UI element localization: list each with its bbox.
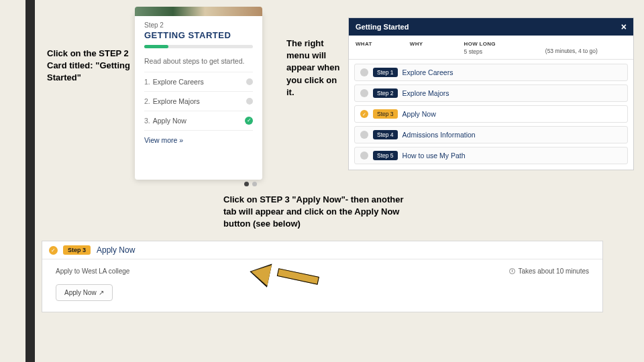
- panel-title: Getting Started: [356, 23, 409, 31]
- meta-howlong-value: 5 steps: [464, 48, 545, 55]
- card-progress: [144, 45, 253, 48]
- panel-header: Getting Started ×: [349, 18, 633, 36]
- panel-step-row[interactable]: Step 4 Admissions Information: [354, 126, 628, 143]
- step-badge: Step 4: [373, 130, 398, 139]
- card-step-list: 1.Explore Careers 2.Explore Majors 3.App…: [144, 72, 253, 145]
- caption-right-menu: The right menu will appear when you clic…: [286, 38, 347, 99]
- status-dot-green: [245, 117, 253, 125]
- status-dot-amber: [360, 110, 368, 118]
- step-title: How to use My Path: [402, 152, 466, 160]
- step-badge: Step 2: [373, 88, 398, 98]
- step-title: Apply Now: [97, 245, 135, 255]
- clock-icon: [509, 268, 515, 274]
- status-dot-grey: [360, 68, 368, 76]
- panel-step-row-active[interactable]: Step 3 Apply Now: [354, 105, 628, 123]
- panel-step-row[interactable]: Step 2 Explore Majors: [354, 84, 628, 102]
- status-dot-grey: [246, 78, 253, 85]
- card-description: Read about steps to get started.: [144, 56, 253, 66]
- step-badge: Step 1: [373, 68, 398, 77]
- card-hero-image: [135, 7, 262, 16]
- status-dot-grey: [360, 131, 368, 139]
- status-dot-grey: [360, 89, 368, 97]
- card-view-more-link[interactable]: View more »: [144, 130, 253, 145]
- panel-step-row[interactable]: Step 5 How to use My Path: [354, 147, 628, 164]
- apply-now-header[interactable]: Step 3 Apply Now: [42, 241, 602, 259]
- step-badge: Step 3: [63, 245, 91, 255]
- apply-line: Apply to West LA college: [56, 267, 129, 275]
- panel-meta-row: WHAT WHY HOW LONG 5 steps (53 minutes, 4…: [349, 36, 633, 58]
- getting-started-card[interactable]: Step 2 GETTING STARTED Read about steps …: [135, 12, 262, 180]
- status-dot-grey: [246, 98, 253, 105]
- card-step-row[interactable]: 3.Apply Now: [144, 111, 253, 130]
- apply-duration: Takes about 10 minutes: [509, 267, 589, 275]
- apply-now-button[interactable]: Apply Now ↗: [56, 284, 113, 301]
- card-step-label: Step 2: [144, 21, 253, 29]
- slide-accent-bar: [25, 0, 35, 362]
- getting-started-panel: Getting Started × WHAT WHY HOW LONG 5 st…: [348, 17, 634, 170]
- carousel-dots[interactable]: [244, 182, 257, 186]
- apply-now-expanded: Step 3 Apply Now Apply to West LA colleg…: [42, 241, 603, 312]
- card-step-row[interactable]: 1.Explore Careers: [144, 72, 253, 91]
- status-dot-grey: [360, 152, 368, 160]
- caption-step2-card: Click on the STEP 2 Card titled: "Gettin…: [47, 48, 134, 84]
- step-badge: Step 3: [373, 109, 398, 119]
- meta-why-label: WHY: [410, 41, 464, 47]
- status-dot-amber: [49, 246, 58, 255]
- step-title: Explore Majors: [402, 89, 449, 97]
- step-title: Admissions Information: [402, 131, 476, 139]
- close-icon[interactable]: ×: [621, 22, 627, 32]
- card-step-row[interactable]: 2.Explore Majors: [144, 91, 253, 111]
- meta-what-label: WHAT: [356, 41, 410, 47]
- caption-step3-apply: Click on STEP 3 "Apply Now"- then anothe…: [223, 194, 405, 231]
- card-title: GETTING STARTED: [144, 30, 253, 40]
- panel-step-row[interactable]: Step 1 Explore Careers: [354, 64, 628, 81]
- step-title: Apply Now: [402, 110, 436, 118]
- step-title: Explore Careers: [402, 68, 453, 76]
- step-badge: Step 5: [373, 151, 398, 160]
- meta-time-value: (53 minutes, 4 to go): [545, 48, 627, 54]
- meta-howlong-label: HOW LONG: [464, 41, 545, 47]
